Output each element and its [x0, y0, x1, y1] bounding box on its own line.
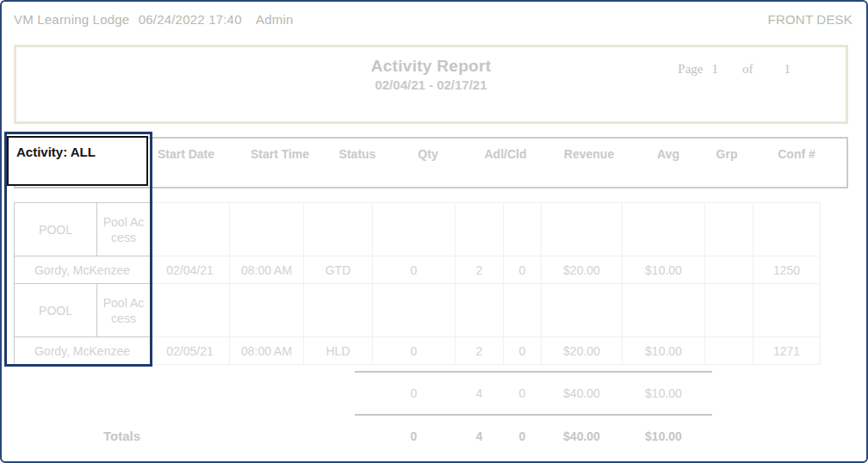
current-user: Admin — [256, 12, 294, 27]
subtotal-revenue: $40.00 — [542, 372, 623, 415]
top-bar-left: VM Learning Lodge 06/24/2022 17:40 Admin — [14, 12, 299, 27]
cell-adl: 2 — [456, 337, 504, 365]
cell-start-date: 02/05/21 — [151, 337, 230, 365]
totals-label: Totals — [15, 415, 230, 458]
current-datetime: 06/24/2022 17:40 — [139, 12, 242, 27]
cell-start-date: 02/04/21 — [151, 256, 230, 284]
column-header-grp: Grp — [716, 147, 738, 161]
subtotal-qty: 0 — [373, 372, 456, 415]
column-header-avg: Avg — [657, 147, 679, 161]
report-page: VM Learning Lodge 06/24/2022 17:40 Admin… — [0, 0, 868, 463]
cell-conf: 1271 — [753, 337, 821, 365]
column-header-status: Status — [339, 147, 376, 161]
total-qty: 0 — [373, 415, 456, 458]
cell-avg: $10.00 — [623, 337, 705, 365]
cell-revenue: $20.00 — [542, 256, 623, 284]
page-indicator: Page 1 of 1 — [678, 62, 790, 77]
activity-filter[interactable]: Activity: ALL — [7, 136, 148, 186]
column-header-start-date: Start Date — [158, 147, 214, 161]
cell-conf: 1250 — [753, 256, 821, 284]
page-label: Page — [678, 62, 703, 77]
cell-revenue: $20.00 — [542, 337, 623, 365]
totals-divider-line — [355, 414, 712, 416]
total-avg: $10.00 — [623, 415, 705, 458]
cell-start-time: 08:00 AM — [230, 256, 304, 284]
report-date-range: 02/04/21 - 02/17/21 — [16, 77, 846, 92]
page-total: 1 — [784, 62, 791, 77]
page-of-label: of — [742, 62, 753, 77]
top-bar: VM Learning Lodge 06/24/2022 17:40 Admin… — [14, 12, 852, 27]
cell-grp — [705, 337, 753, 365]
cell-grp — [705, 256, 753, 284]
total-adl: 4 — [456, 415, 504, 458]
column-header-adl-cld: Adl/Cld — [485, 147, 527, 161]
cell-cld: 0 — [504, 337, 542, 365]
activity-name: Pool Access — [97, 284, 151, 337]
table-row: POOL Pool Access — [15, 203, 821, 256]
cell-status: HLD — [304, 337, 373, 365]
table-row: POOL Pool Access — [15, 284, 821, 337]
column-header-start-time: Start Time — [251, 147, 309, 161]
activity-table: POOL Pool Access Gordy, McKenzee 02/04/2… — [14, 202, 821, 458]
total-cld: 0 — [504, 415, 542, 458]
app-title: VM Learning Lodge — [14, 12, 129, 27]
cell-start-time: 08:00 AM — [230, 337, 304, 365]
page-number: 1 — [712, 62, 719, 77]
cell-cld: 0 — [504, 256, 542, 284]
cell-qty: 0 — [373, 337, 456, 365]
subtotal-divider-line — [355, 371, 712, 373]
cell-adl: 2 — [456, 256, 504, 284]
cell-qty: 0 — [373, 256, 456, 284]
guest-name: Gordy, McKenzee — [15, 337, 151, 365]
column-header-conf: Conf # — [778, 147, 815, 161]
report-header-box: Activity Report 02/04/21 - 02/17/21 Page… — [14, 45, 848, 124]
table-row: Gordy, McKenzee 02/05/21 08:00 AM HLD 0 … — [15, 337, 821, 365]
location-label: FRONT DESK — [768, 12, 852, 27]
subtotal-adl: 4 — [456, 372, 504, 415]
subtotal-row: 0 4 0 $40.00 $10.00 — [15, 372, 821, 415]
activity-code: POOL — [15, 203, 97, 256]
subtotal-cld: 0 — [504, 372, 542, 415]
totals-row: Totals 0 4 0 $40.00 $10.00 — [15, 415, 821, 458]
column-header-revenue: Revenue — [564, 147, 614, 161]
cell-avg: $10.00 — [623, 256, 705, 284]
activity-code: POOL — [15, 284, 97, 337]
total-revenue: $40.00 — [542, 415, 623, 458]
table-row: Gordy, McKenzee 02/04/21 08:00 AM GTD 0 … — [15, 256, 821, 284]
column-header-qty: Qty — [418, 147, 437, 161]
cell-status: GTD — [304, 256, 373, 284]
activity-name: Pool Access — [97, 203, 151, 256]
subtotal-avg: $10.00 — [623, 372, 705, 415]
guest-name: Gordy, McKenzee — [15, 256, 151, 284]
